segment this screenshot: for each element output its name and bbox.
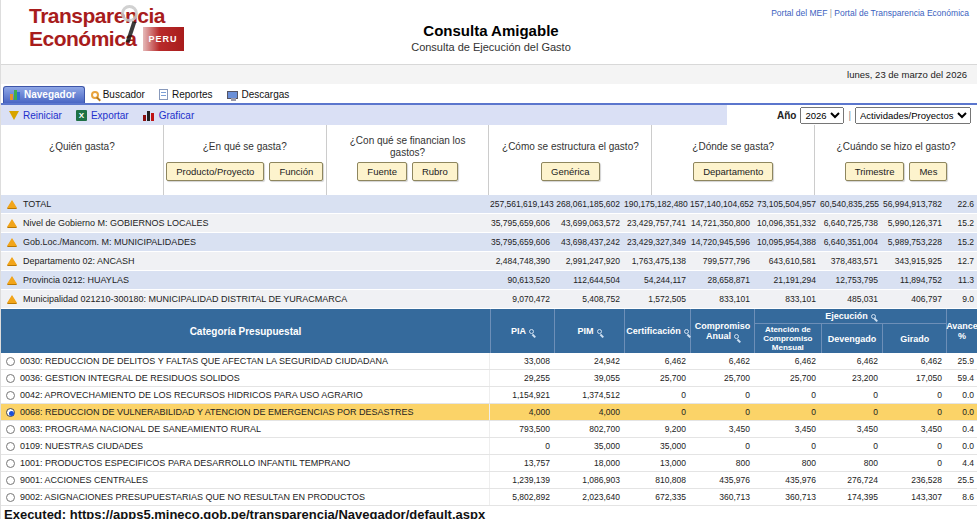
consulta-amigable-page: Transparencia Económica PERU Consulta Am… — [0, 0, 977, 519]
value-cell: 0 — [690, 407, 754, 417]
filter-button[interactable]: Función — [269, 162, 323, 181]
value-cell: 3,450 — [690, 424, 754, 434]
value-cell: 643,610,581 — [754, 256, 820, 266]
filter-button[interactable]: Rubro — [412, 162, 458, 181]
radio-button[interactable] — [6, 459, 15, 468]
value-cell: 6,462 — [820, 356, 882, 366]
year-label: Año — [777, 110, 796, 121]
graficar-button[interactable]: Graficar — [143, 110, 195, 121]
value-cell: 9,070,472 — [490, 294, 554, 304]
radio-button[interactable] — [6, 476, 15, 485]
drilldown-values: 35,795,659,606 43,698,437,242 23,429,327… — [490, 233, 977, 251]
radio-button[interactable] — [6, 442, 15, 451]
value-cell: 9,200 — [624, 424, 690, 434]
row-values: 5,802,892 2,023,640 672,335 360,713 360,… — [490, 489, 977, 505]
drilldown-row[interactable]: Gob.Loc./Mancom. M: MUNICIPALIDADES 35,7… — [1, 233, 977, 252]
category-header: Categoría Presupuestal — [1, 309, 490, 353]
link-portal-mef[interactable]: Portal del MEF — [771, 8, 827, 18]
table-row[interactable]: 0036: GESTION INTEGRAL DE RESIDUOS SOLID… — [1, 370, 977, 387]
radio-button[interactable] — [6, 408, 15, 417]
radio-button[interactable] — [6, 357, 15, 366]
table-row[interactable]: 9002: ASIGNACIONES PRESUPUESTARIAS QUE N… — [1, 489, 977, 506]
filter-button[interactable]: Producto/Proyecto — [166, 162, 264, 181]
tab-reportes[interactable]: Reportes — [153, 87, 221, 103]
radio-button[interactable] — [6, 493, 15, 502]
sort-magnifier-icon[interactable] — [871, 314, 876, 319]
value-cell: 35,795,659,606 — [490, 237, 554, 247]
status-text: Executed: https://apps5.mineco.gob.pe/tr… — [4, 507, 485, 519]
link-portal-transparencia[interactable]: Portal de Transparencia Económica — [834, 8, 969, 18]
radio-button[interactable] — [6, 391, 15, 400]
value-cell: 10,095,954,388 — [754, 237, 820, 247]
drilldown-row[interactable]: Municipalidad 021210-300180: MUNICIPALID… — [1, 290, 977, 309]
value-cell: 3,450 — [754, 424, 820, 434]
tab-bar: Navegador Buscador Reportes Descargas — [1, 84, 977, 103]
value-cell: 257,561,619,143 — [490, 199, 554, 209]
triangle-up-icon[interactable] — [7, 238, 17, 246]
value-cell: 6,462 — [882, 356, 946, 366]
filter-button[interactable]: Mes — [909, 162, 947, 181]
category-cell: 0036: GESTION INTEGRAL DE RESIDUOS SOLID… — [1, 370, 490, 386]
table-row[interactable]: 1001: PRODUCTOS ESPECIFICOS PARA DESARRO… — [1, 455, 977, 472]
filter-button[interactable]: Trimestre — [845, 162, 905, 181]
table-row[interactable]: 9001: ACCIONES CENTRALES 1,239,139 1,086… — [1, 472, 977, 489]
value-cell: 0 — [820, 390, 882, 400]
drilldown-row[interactable]: Departamento 02: ANCASH 2,484,748,390 2,… — [1, 252, 977, 271]
table-row[interactable]: 0042: APROVECHAMIENTO DE LOS RECURSOS HI… — [1, 387, 977, 404]
filter-button[interactable]: Fuente — [357, 162, 407, 181]
value-cell: 190,175,182,480 — [624, 199, 690, 209]
table-row[interactable]: 0030: REDUCCION DE DELITOS Y FALTAS QUE … — [1, 353, 977, 370]
row-values: 33,008 24,942 6,462 6,462 6,462 6,462 6,… — [490, 353, 977, 369]
radio-button[interactable] — [6, 425, 15, 434]
value-cell: 33,008 — [490, 356, 554, 366]
value-cell: 5,408,752 — [554, 294, 624, 304]
tab-navegador[interactable]: Navegador — [3, 86, 85, 103]
drilldown-row[interactable]: Provincia 0212: HUAYLAS 90,613,520 112,6… — [1, 271, 977, 290]
sort-magnifier-icon[interactable] — [684, 329, 689, 334]
value-cell: 60,540,835,255 — [820, 199, 882, 209]
col-header-girado: Girado — [882, 324, 946, 353]
link-divider: | — [830, 8, 832, 18]
tab-label: Buscador — [103, 89, 145, 100]
triangle-up-icon[interactable] — [7, 219, 17, 227]
sort-magnifier-icon[interactable] — [597, 329, 602, 334]
filter-button[interactable]: Genérica — [541, 162, 600, 181]
value-cell: 6,640,725,738 — [820, 218, 882, 228]
value-cell: 174,395 — [820, 492, 882, 502]
triangle-up-icon[interactable] — [7, 200, 17, 208]
filter-button[interactable]: Departamento — [693, 162, 773, 181]
radio-button[interactable] — [6, 374, 15, 383]
value-cell: 360,713 — [690, 492, 754, 502]
sort-magnifier-icon[interactable] — [734, 334, 739, 339]
triangle-up-icon[interactable] — [7, 276, 17, 284]
col-header-devengado: Devengado — [821, 324, 883, 353]
col-header-certificacion: Certificación — [624, 309, 690, 353]
table-row[interactable]: 0068: REDUCCION DE VULNERABILIDAD Y ATEN… — [1, 404, 977, 421]
table-row[interactable]: 0083: PROGRAMA NACIONAL DE SANEAMIENTO R… — [1, 421, 977, 438]
tab-buscador[interactable]: Buscador — [85, 87, 153, 103]
value-cell: 0.0 — [946, 441, 977, 451]
triangle-up-icon[interactable] — [7, 257, 17, 265]
page-subtitle: Consulta de Ejecución del Gasto — [331, 41, 651, 53]
drilldown-label: Gob.Loc./Mancom. M: MUNICIPALIDADES — [23, 237, 196, 247]
sort-magnifier-icon[interactable] — [529, 329, 534, 334]
value-cell: 833,101 — [690, 294, 754, 304]
ejecucion-group: Ejecución Atención de Compromiso Mensual… — [754, 309, 946, 353]
logo-magnifier-icon — [121, 5, 138, 22]
drilldown-row[interactable]: TOTAL 257,561,619,143 268,061,185,602 19… — [1, 195, 977, 214]
value-cell: 236,528 — [882, 475, 946, 485]
drilldown-row[interactable]: Nivel de Gobierno M: GOBIERNOS LOCALES 3… — [1, 214, 977, 233]
year-select[interactable]: 2026 — [800, 107, 844, 124]
drilldown-values: 9,070,472 5,408,752 1,572,505 833,101 83… — [490, 290, 977, 308]
table-row[interactable]: 0109: NUESTRAS CIUDADES 0 35,000 35,000 … — [1, 438, 977, 455]
view-mode-select[interactable]: Actividades/Proyectos — [855, 107, 971, 124]
tab-descargas[interactable]: Descargas — [221, 87, 298, 103]
triangle-up-icon[interactable] — [7, 295, 17, 303]
filter-buttons: Fuente Rubro — [357, 162, 457, 181]
value-cell: 29,255 — [490, 373, 554, 383]
value-cell: 143,307 — [882, 492, 946, 502]
reiniciar-button[interactable]: Reiniciar — [9, 110, 62, 121]
value-cell: 672,335 — [624, 492, 690, 502]
exportar-button[interactable]: X Exportar — [76, 110, 129, 121]
value-cell: 1,239,139 — [490, 475, 554, 485]
